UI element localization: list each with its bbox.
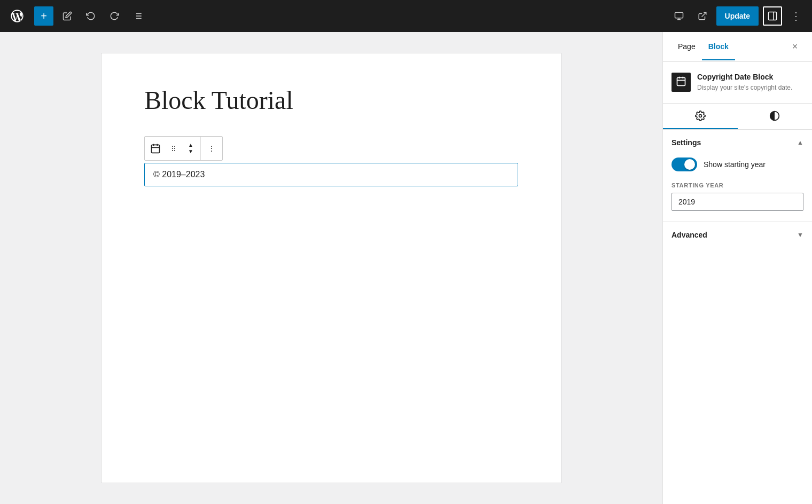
svg-rect-6 xyxy=(675,12,683,18)
block-info-text: Copyright Date Block Display your site's… xyxy=(697,73,792,92)
svg-point-26 xyxy=(699,114,701,117)
redo-button[interactable] xyxy=(105,6,124,26)
block-toolbar: ▲ ▼ ⋮ xyxy=(144,136,223,161)
undo-button[interactable] xyxy=(81,6,100,26)
svg-point-17 xyxy=(174,146,175,147)
add-block-button[interactable]: + xyxy=(34,6,53,26)
show-starting-year-label: Show starting year xyxy=(704,160,766,169)
svg-point-20 xyxy=(172,150,173,151)
settings-section-header[interactable]: Settings ▲ xyxy=(663,130,812,155)
more-options-button[interactable]: ⋮ xyxy=(786,6,806,26)
block-type-button[interactable] xyxy=(147,137,164,160)
wp-logo xyxy=(6,5,28,27)
block-icon xyxy=(672,73,691,92)
sidebar-toggle-button[interactable] xyxy=(763,6,782,26)
block-description: Display your site's copyright date. xyxy=(697,83,792,92)
settings-section-title: Settings xyxy=(672,138,701,147)
starting-year-input[interactable] xyxy=(672,193,803,211)
settings-panel: Settings ▲ Show starting year STARTING Y… xyxy=(663,130,812,248)
preview-button[interactable] xyxy=(669,6,689,26)
list-view-button[interactable] xyxy=(128,6,147,26)
block-toolbar-wrap: ▲ ▼ ⋮ xyxy=(144,136,518,161)
editor-area: Block Tutorial xyxy=(0,32,662,504)
block-more-options-button[interactable]: ⋮ xyxy=(203,137,220,160)
topbar: + Update ⋮ xyxy=(0,0,812,32)
settings-icon-tabs xyxy=(663,104,812,130)
show-starting-year-toggle[interactable] xyxy=(672,158,697,171)
copyright-text: © 2019–2023 xyxy=(153,170,205,179)
update-button[interactable]: Update xyxy=(716,6,759,26)
settings-tab-settings[interactable] xyxy=(663,104,738,129)
toolbar-group-more: ⋮ xyxy=(201,137,222,160)
drag-handle-button[interactable] xyxy=(165,137,182,160)
advanced-section-title: Advanced xyxy=(672,231,707,239)
svg-rect-10 xyxy=(769,12,777,20)
svg-rect-12 xyxy=(152,145,160,153)
svg-rect-22 xyxy=(677,77,685,85)
tab-page[interactable]: Page xyxy=(672,34,702,60)
block-info: Copyright Date Block Display your site's… xyxy=(663,62,812,104)
settings-section: Settings ▲ Show starting year STARTING Y… xyxy=(663,130,812,222)
advanced-section[interactable]: Advanced ▼ xyxy=(663,222,812,248)
edit-button[interactable] xyxy=(58,6,77,26)
move-up-down-button[interactable]: ▲ ▼ xyxy=(183,137,198,160)
advanced-chevron-icon: ▼ xyxy=(797,231,803,239)
editor-canvas: Block Tutorial xyxy=(102,53,561,483)
copyright-block[interactable]: © 2019–2023 xyxy=(144,163,518,186)
starting-year-label: STARTING YEAR xyxy=(672,182,803,188)
sidebar: Page Block × Copyright Date Block Displa… xyxy=(662,32,812,504)
settings-section-content: Show starting year STARTING YEAR xyxy=(663,155,812,222)
svg-point-18 xyxy=(172,148,173,149)
sidebar-tabs: Page Block × xyxy=(663,32,812,62)
toggle-row-starting-year: Show starting year xyxy=(672,155,803,174)
svg-point-19 xyxy=(174,148,175,149)
toolbar-group-block-type: ▲ ▼ xyxy=(145,137,201,160)
page-title: Block Tutorial xyxy=(144,85,518,115)
main-layout: Block Tutorial xyxy=(0,32,812,504)
svg-line-9 xyxy=(701,12,706,17)
topbar-right: Update ⋮ xyxy=(669,6,806,26)
external-link-button[interactable] xyxy=(693,6,712,26)
close-sidebar-button[interactable]: × xyxy=(786,38,803,56)
block-name: Copyright Date Block xyxy=(697,73,792,81)
svg-point-16 xyxy=(172,146,173,147)
svg-point-21 xyxy=(174,150,175,151)
settings-chevron-icon: ▲ xyxy=(797,139,803,146)
settings-tab-styles[interactable] xyxy=(738,104,813,129)
tab-block[interactable]: Block xyxy=(702,34,735,60)
